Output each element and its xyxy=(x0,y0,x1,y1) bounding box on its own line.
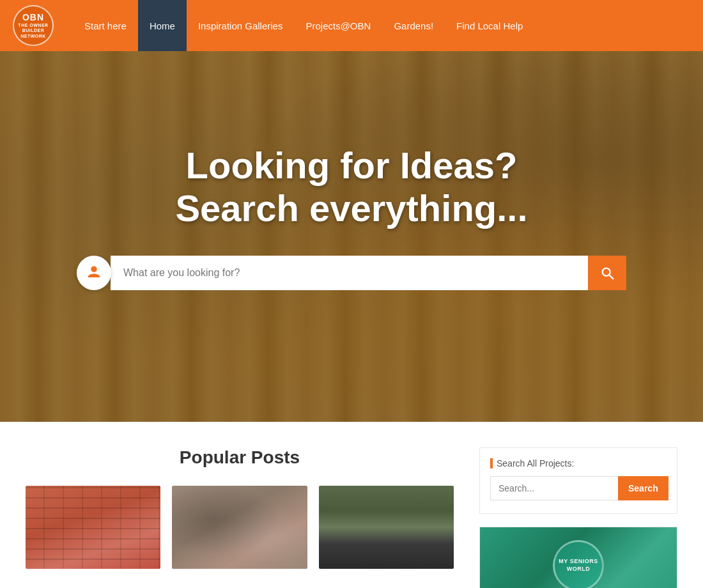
logo-circle: OBN THE OWNER BUILDER NETWORK xyxy=(13,5,54,46)
nav-find-local-help[interactable]: Find Local Help xyxy=(445,0,534,51)
right-column: Search All Projects: Search MY SENIORS W… xyxy=(479,447,677,588)
seniors-world-card[interactable]: MY SENIORS WORLD xyxy=(479,527,677,588)
left-column: Popular Posts xyxy=(26,447,479,588)
sidebar-search-input[interactable] xyxy=(490,476,618,500)
post-card-2[interactable] xyxy=(172,486,307,569)
nav-inspiration[interactable]: Inspiration Galleries xyxy=(187,0,295,51)
seniors-card-image: MY SENIORS WORLD xyxy=(480,527,677,588)
post-card-3[interactable] xyxy=(319,486,454,569)
accent-bar xyxy=(490,458,493,468)
popular-posts-title: Popular Posts xyxy=(26,447,454,468)
posts-grid xyxy=(26,486,454,569)
sidebar-search-row: Search xyxy=(490,476,667,500)
header: OBN THE OWNER BUILDER NETWORK Start here… xyxy=(0,0,703,51)
post-image-2 xyxy=(172,486,307,569)
hero-search-button[interactable] xyxy=(588,256,626,290)
logo-line2: BUILDER xyxy=(22,28,45,33)
logo-obn: OBN xyxy=(22,12,44,23)
post-image-3 xyxy=(319,486,454,569)
hero-search-bar xyxy=(77,256,626,290)
logo-area: OBN THE OWNER BUILDER NETWORK xyxy=(13,5,54,46)
logo-line3: NETWORK xyxy=(20,34,46,39)
sidebar-search-button[interactable]: Search xyxy=(618,476,668,500)
logo-line1: THE OWNER xyxy=(18,23,48,28)
svg-line-2 xyxy=(609,275,613,279)
person-icon xyxy=(85,264,103,282)
post-card-1[interactable] xyxy=(26,486,160,569)
main-nav: Start here Home Inspiration Galleries Pr… xyxy=(73,0,690,51)
nav-projects[interactable]: Projects@OBN xyxy=(294,0,382,51)
person-icon-circle xyxy=(77,256,111,290)
seniors-globe: MY SENIORS WORLD xyxy=(553,540,604,588)
post-image-1 xyxy=(26,486,160,569)
nav-start-here[interactable]: Start here xyxy=(73,0,138,51)
hero-section: Looking for Ideas? Search everything... xyxy=(0,51,703,422)
main-content: Popular Posts Search All Projects: Searc… xyxy=(0,422,703,588)
search-all-label: Search All Projects: xyxy=(490,458,667,468)
nav-gardens[interactable]: Gardens! xyxy=(382,0,445,51)
svg-point-0 xyxy=(91,266,97,272)
nav-home[interactable]: Home xyxy=(138,0,187,51)
hero-headline: Looking for Ideas? Search everything... xyxy=(51,144,652,229)
search-icon xyxy=(600,266,614,280)
hero-search-input[interactable] xyxy=(111,256,588,290)
hero-content: Looking for Ideas? Search everything... xyxy=(0,144,703,290)
search-all-projects-widget: Search All Projects: Search xyxy=(479,447,677,514)
seniors-title: MY SENIORS WORLD xyxy=(555,558,602,573)
